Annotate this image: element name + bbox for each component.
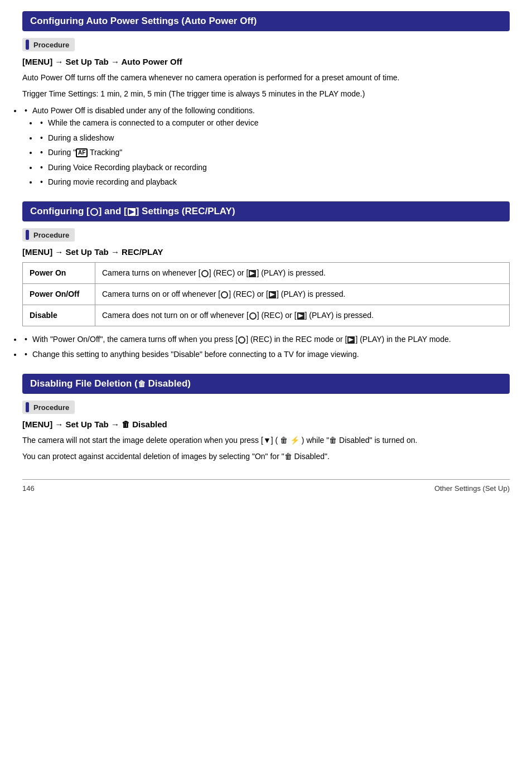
trash-icon-header: 🗑 [138,379,146,388]
table-row-power-on: Power On Camera turns on whenever [] (RE… [23,263,510,284]
rec-play-bullet-2: Change this setting to anything besides … [22,348,510,360]
file-deletion-section: Disabling File Deletion (🗑 Disabled) Pro… [22,374,510,462]
trash-icon-menu: 🗑 [122,420,130,429]
rec-play-bullet-1: With "Power On/Off", the camera turns of… [22,333,510,345]
rec-play-table: Power On Camera turns on whenever [] (RE… [22,262,510,326]
table-row-disable: Disable Camera does not turn on or off w… [23,305,510,326]
page-footer: 146 Other Settings (Set Up) [22,479,510,493]
auto-power-off-header: Configuring Auto Power Settings (Auto Po… [22,11,510,31]
sub-condition-5: During movie recording and playback [38,176,510,188]
rec-play-section: Configuring [] and [] Settings (REC/PLAY… [22,201,510,360]
file-deletion-para-1: The camera will not start the image dele… [22,435,510,446]
trash-icon-para: 🗑 [280,436,288,445]
auto-power-para-1: Auto Power Off turns off the camera when… [22,72,510,84]
footer-section-label: Other Settings (Set Up) [434,484,510,493]
trash-icon-disabled-1: 🗑 [329,436,337,445]
procedure-badge-2: Procedure [22,228,75,242]
disable-label: Disable [23,305,95,326]
procedure-badge-3: Procedure [22,401,75,414]
power-onoff-desc: Camera turns on or off whenever [] (REC)… [95,284,510,305]
auto-power-off-section: Configuring Auto Power Settings (Auto Po… [22,11,510,188]
sub-condition-3: During "AF Tracking" [38,146,510,158]
disable-desc: Camera does not turn on or off whenever … [95,305,510,326]
file-deletion-header: Disabling File Deletion (🗑 Disabled) [22,374,510,394]
power-on-label: Power On [23,263,95,284]
rec-play-bullets: With "Power On/Off", the camera turns of… [22,333,510,360]
auto-power-para-2: Trigger Time Settings: 1 min, 2 min, 5 m… [22,88,510,100]
auto-power-conditions-list: Auto Power Off is disabled under any of … [22,104,510,188]
sub-condition-4: During Voice Recording playback or recor… [38,161,510,173]
power-on-desc: Camera turns on whenever [] (REC) or [] … [95,263,510,284]
auto-power-condition-main: Auto Power Off is disabled under any of … [22,104,510,188]
trash-icon-disabled-2: 🗑 [284,452,292,461]
sub-condition-2: During a slideshow [38,132,510,144]
sub-condition-1: While the camera is connected to a compu… [38,117,510,129]
menu-path-3: [MENU] → Set Up Tab → 🗑 Disabled [22,420,510,429]
menu-path-1: [MENU] → Set Up Tab → Auto Power Off [22,57,510,66]
af-icon: AF [76,148,88,157]
file-deletion-para-2: You can protect against accidental delet… [22,451,510,462]
procedure-badge-1: Procedure [22,38,75,51]
power-onoff-label: Power On/Off [23,284,95,305]
menu-path-2: [MENU] → Set Up Tab → REC/PLAY [22,247,510,257]
page-number: 146 [22,484,35,493]
table-row-power-onoff: Power On/Off Camera turns on or off when… [23,284,510,305]
auto-power-sub-list: While the camera is connected to a compu… [38,117,510,188]
rec-play-header: Configuring [] and [] Settings (REC/PLAY… [22,201,510,221]
